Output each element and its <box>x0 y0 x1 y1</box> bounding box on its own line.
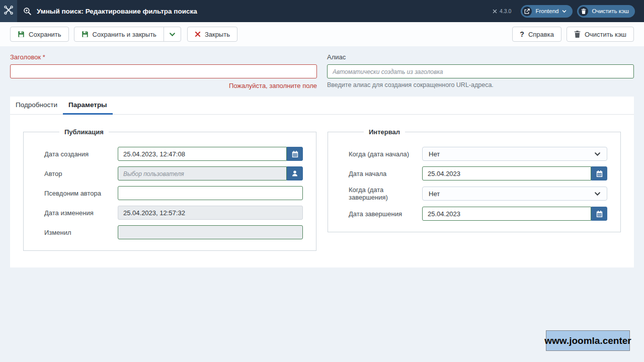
end-date-input[interactable] <box>422 207 591 221</box>
author-label: Автор <box>44 170 118 177</box>
head-form: Заголовок * Пожалуйста, заполните поле А… <box>0 46 644 95</box>
tab-parameters[interactable]: Параметры <box>63 97 113 115</box>
page-title-text: Умный поиск: Редактирование фильтра поис… <box>37 8 197 15</box>
modified-by-group <box>118 225 303 239</box>
author-alias-label: Псевдоним автора <box>44 190 118 197</box>
title-input[interactable] <box>10 64 317 78</box>
chevron-down-icon <box>594 151 601 157</box>
publishing-legend: Публикация <box>59 128 109 136</box>
alias-input[interactable] <box>327 64 634 78</box>
publishing-fieldset: Публикация Дата создания Автор <box>23 128 316 251</box>
calendar-icon <box>596 211 603 217</box>
modified-date-row: Дата изменения <box>44 206 303 220</box>
author-alias-row: Псевдоним автора <box>44 186 303 200</box>
modified-by-input <box>118 225 303 239</box>
when-end-label: Когда (дата завершения) <box>349 186 422 201</box>
created-date-input[interactable] <box>118 147 287 161</box>
joomla-logo-tile[interactable] <box>0 0 17 22</box>
frontend-button[interactable]: Frontend <box>521 5 573 18</box>
author-row: Автор <box>44 166 303 180</box>
end-date-calendar-button[interactable] <box>591 207 607 221</box>
save-close-button[interactable]: Сохранить и закрыть <box>74 27 164 42</box>
help-button[interactable]: ? Справка <box>512 27 561 42</box>
save-icon <box>18 31 25 38</box>
interval-fieldset: Интервал Когда (дата начала) Нет Дата на… <box>328 128 621 232</box>
created-date-row: Дата создания <box>44 147 303 161</box>
when-end-row: Когда (дата завершения) Нет <box>349 186 607 201</box>
chevron-down-icon <box>594 191 601 197</box>
joomla-version-icon <box>492 9 498 14</box>
trash-icon <box>574 31 581 38</box>
author-group <box>118 166 303 180</box>
close-icon <box>195 31 201 37</box>
end-date-label: Дата завершения <box>349 210 422 218</box>
save-options-dropdown-button[interactable] <box>164 27 181 42</box>
close-button[interactable]: Закрыть <box>187 27 237 42</box>
joomla-version: 4.3.0 <box>492 8 511 14</box>
interval-legend: Интервал <box>364 128 405 136</box>
user-icon <box>291 170 298 177</box>
toolbar-right-group: ? Справка Очистить кэш <box>512 27 634 42</box>
start-date-input[interactable] <box>422 166 591 180</box>
watermark-joomla-center: www.joomla.center <box>546 330 630 351</box>
topbar-actions: 4.3.0 Frontend Очистить кэш <box>492 5 644 18</box>
when-start-label: Когда (дата начала) <box>349 150 422 158</box>
question-icon: ? <box>520 30 524 38</box>
when-start-group: Нет <box>422 147 607 161</box>
when-start-row: Когда (дата начала) Нет <box>349 147 607 161</box>
save-button[interactable]: Сохранить <box>10 27 69 42</box>
chevron-down-icon <box>169 31 176 38</box>
calendar-icon <box>596 170 603 177</box>
author-input[interactable] <box>118 166 287 180</box>
when-end-select[interactable]: Нет <box>422 187 607 201</box>
when-start-value: Нет <box>429 150 440 158</box>
page-title: Умный поиск: Редактирование фильтра поис… <box>23 7 197 16</box>
modified-date-input <box>118 206 303 220</box>
modified-by-row: Изменил <box>44 225 303 239</box>
title-field-group: Заголовок * Пожалуйста, заполните поле <box>10 53 317 89</box>
start-date-calendar-button[interactable] <box>591 166 607 180</box>
start-date-label: Дата начала <box>349 170 422 177</box>
toolbar-left-group: Сохранить Сохранить и закрыть Закрыть <box>10 27 237 42</box>
when-end-group: Нет <box>422 187 607 201</box>
toolbar: Сохранить Сохранить и закрыть Закрыть ? … <box>0 22 644 46</box>
save-icon <box>82 31 89 38</box>
when-end-value: Нет <box>429 190 440 198</box>
search-plus-icon <box>23 7 32 16</box>
edit-card: Подробности Параметры Публикация Дата со… <box>10 97 634 267</box>
tab-content: Публикация Дата создания Автор <box>10 115 634 251</box>
start-date-group <box>422 166 607 180</box>
title-label: Заголовок * <box>10 53 317 61</box>
joomla-logo-icon <box>4 5 14 17</box>
when-start-select[interactable]: Нет <box>422 147 607 161</box>
trash-icon <box>579 7 588 16</box>
select-user-button[interactable] <box>287 166 303 180</box>
created-date-calendar-button[interactable] <box>287 147 303 161</box>
created-date-label: Дата создания <box>44 150 118 158</box>
tab-details[interactable]: Подробности <box>10 97 63 115</box>
topbar: Умный поиск: Редактирование фильтра поис… <box>0 0 644 22</box>
created-date-group <box>118 147 303 161</box>
end-date-group <box>422 207 607 221</box>
title-error-message: Пожалуйста, заполните поле <box>10 82 317 89</box>
modified-date-group <box>118 206 303 220</box>
end-date-row: Дата завершения <box>349 207 607 221</box>
alias-label: Алиас <box>327 53 634 61</box>
alias-help-text: Введите алиас для создания сокращенного … <box>327 81 634 88</box>
modified-date-label: Дата изменения <box>44 209 118 217</box>
tab-bar: Подробности Параметры <box>10 97 634 115</box>
alias-field-group: Алиас Введите алиас для создания сокраще… <box>327 53 634 89</box>
chevron-down-icon <box>562 9 567 14</box>
clear-cache-button[interactable]: Очистить кэш <box>567 27 634 42</box>
author-alias-group <box>118 186 303 200</box>
start-date-row: Дата начала <box>349 166 607 180</box>
external-link-icon <box>522 7 532 16</box>
modified-by-label: Изменил <box>44 229 118 236</box>
author-alias-input[interactable] <box>118 186 303 200</box>
topbar-clear-cache-button[interactable]: Очистить кэш <box>577 5 635 18</box>
calendar-icon <box>292 151 298 157</box>
